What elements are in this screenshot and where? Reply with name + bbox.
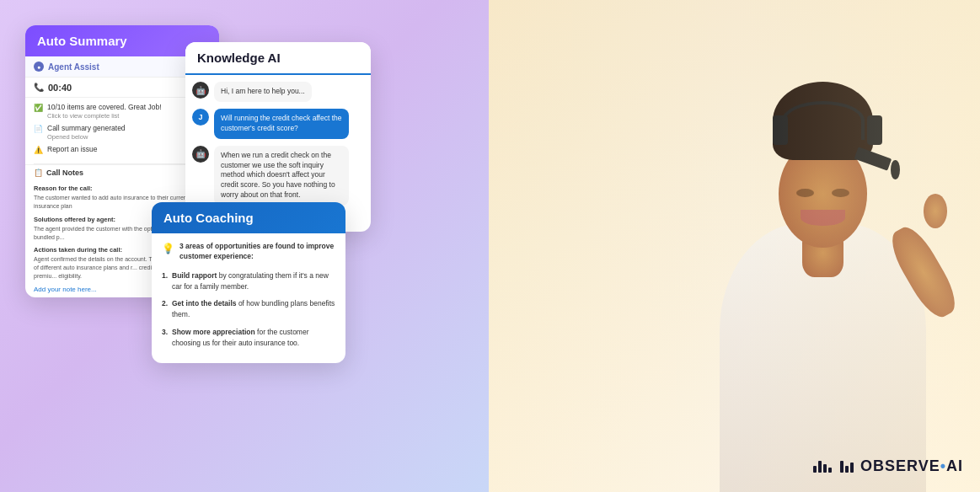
main-container: Auto Summary ● Agent Assist ⬡ 📞 00:40	[0, 0, 980, 492]
bar-5	[840, 461, 843, 473]
call-notes-label: 📋 Call Notes	[34, 168, 83, 177]
logo-name: OBSERVE	[860, 457, 940, 474]
user-question-bubble: Will running the credit check affect the…	[214, 109, 349, 139]
bot-response-bubble: When we run a credit check on the custom…	[214, 146, 349, 206]
bot-response-message: 🤖 When we run a credit check on the cust…	[192, 146, 364, 206]
bar-4	[828, 468, 832, 473]
user-avatar: J	[192, 109, 209, 126]
logo-separator: •	[940, 457, 946, 474]
bot-greeting-message: 🤖 Hi, I am here to help you...	[192, 82, 364, 102]
bar-1	[813, 466, 817, 473]
agent-icon: ●	[34, 62, 44, 72]
logo-text: OBSERVE•AI	[860, 457, 963, 475]
coaching-list: Build rapport by congratulating them if …	[162, 270, 335, 349]
report-issue-item: ⚠️ Report an issue	[34, 145, 211, 154]
timer-left: 📞 00:40	[34, 83, 72, 93]
left-section: Auto Summary ● Agent Assist ⬡ 📞 00:40	[0, 0, 489, 492]
bar-7	[850, 463, 854, 473]
check-icon: ✅	[34, 104, 43, 112]
user-question-message: J Will running the credit check affect t…	[192, 109, 364, 139]
bot-response-avatar: 🤖	[192, 146, 209, 163]
coaching-intro: 💡 3 areas of opportunities are found to …	[162, 242, 335, 262]
auto-coaching-header: Auto Coaching	[152, 202, 345, 233]
auto-summary-title: Auto Summary	[37, 34, 207, 48]
warning-icon: ⚠️	[34, 146, 43, 154]
notes-icon: 📋	[34, 168, 43, 177]
logo-bars-icon	[813, 461, 854, 473]
reason-title: Reason for the call:	[34, 184, 211, 192]
logo-suffix: AI	[946, 457, 963, 474]
check-item: ✅ 10/10 items are covered. Great Job! Cl…	[34, 103, 211, 120]
coaching-intro-text: 3 areas of opportunities are found to im…	[179, 242, 335, 262]
bot-greeting-bubble: Hi, I am here to help you...	[214, 82, 312, 102]
agent-assist-label: ● Agent Assist	[34, 62, 99, 72]
knowledge-ai-title: Knowledge AI	[197, 51, 359, 65]
coaching-bold-1: Build rapport	[172, 271, 217, 280]
right-section: OBSERVE•AI	[489, 0, 980, 492]
agent-photo	[489, 0, 980, 492]
call-summary-text: Call summary generated Opened below	[47, 124, 126, 141]
cards-area: Auto Summary ● Agent Assist ⬡ 📞 00:40	[17, 17, 472, 475]
coaching-bold-3: Show more appreciation	[172, 328, 255, 336]
bar-3	[823, 464, 827, 473]
doc-icon: 📄	[34, 125, 43, 133]
bot-avatar: 🤖	[192, 82, 209, 99]
bar-2	[818, 461, 822, 473]
coaching-item-3: Show more appreciation for the customer …	[162, 327, 335, 349]
bulb-icon: 💡	[162, 242, 174, 256]
bar-6	[845, 466, 849, 473]
observe-logo: OBSERVE•AI	[813, 457, 963, 475]
coaching-content: 💡 3 areas of opportunities are found to …	[152, 233, 345, 363]
coaching-intro-strong: 3 areas of opportunities are found to im…	[179, 242, 334, 260]
knowledge-ai-header: Knowledge AI	[185, 42, 371, 75]
coaching-item-2: Get into the details of how bundling pla…	[162, 298, 335, 320]
auto-coaching-title: Auto Coaching	[163, 211, 334, 225]
phone-icon: 📞	[34, 83, 44, 92]
photo-light-overlay	[489, 0, 980, 492]
auto-coaching-card: Auto Coaching 💡 3 areas of opportunities…	[152, 202, 345, 363]
call-summary-item: 📄 Call summary generated Opened below	[34, 124, 211, 141]
check-item-text: 10/10 items are covered. Great Job! Clic…	[47, 103, 162, 120]
coaching-item-1: Build rapport by congratulating them if …	[162, 270, 335, 292]
chat-container: 🤖 Hi, I am here to help you... J Will ru…	[185, 75, 371, 219]
coaching-bold-2: Get into the details	[172, 299, 237, 308]
